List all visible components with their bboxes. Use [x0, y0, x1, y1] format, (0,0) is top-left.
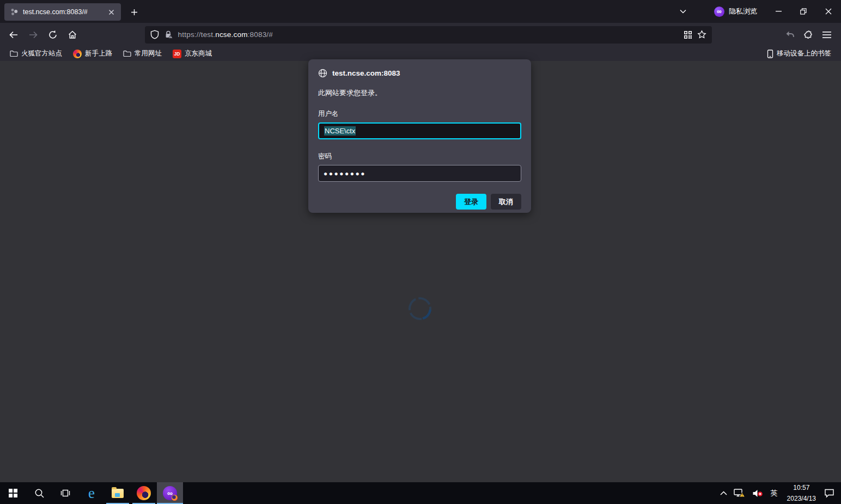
- windows-logo-icon: [9, 489, 17, 497]
- http-auth-dialog: test.ncse.com:8083 此网站要求您登录。 用户名 NCSE\ct…: [308, 59, 531, 213]
- home-button[interactable]: [63, 26, 82, 44]
- firefox-private-icon: ∞: [163, 486, 177, 500]
- firefox-icon: [137, 486, 151, 500]
- internet-explorer-button[interactable]: e: [78, 482, 105, 504]
- window-restore-button[interactable]: [791, 0, 816, 23]
- desktop: { "window": { "tab_title": "test.ncse.co…: [0, 0, 841, 504]
- qr-code-page-action-icon[interactable]: [684, 30, 692, 39]
- login-button[interactable]: 登录: [456, 194, 486, 210]
- browser-titlebar: test.ncse.com:8083/# ∞ 隐私浏览: [0, 0, 841, 23]
- username-input[interactable]: NCSE\ctx: [318, 122, 521, 139]
- search-icon: [34, 488, 45, 499]
- list-all-tabs-chevron-icon[interactable]: [675, 3, 691, 20]
- smartphone-icon: [767, 50, 773, 58]
- bookmark-getting-started[interactable]: 新手上路: [70, 48, 115, 59]
- extensions-puzzle-icon[interactable]: [800, 26, 817, 44]
- globe-icon: [318, 69, 327, 78]
- site-favicon-icon: [10, 8, 19, 16]
- forward-button[interactable]: [24, 26, 42, 44]
- private-badge-label: 隐私浏览: [729, 7, 757, 16]
- mobile-bookmarks-label: 移动设备上的书签: [777, 49, 831, 58]
- username-label: 用户名: [318, 109, 521, 119]
- tray-chevron-up-icon[interactable]: [717, 482, 730, 504]
- tab-title: test.ncse.com:8083/#: [23, 8, 101, 16]
- bookmark-label: 京东商城: [185, 49, 212, 58]
- page-loading-spinner: [407, 296, 433, 322]
- password-masked-value: ●●●●●●●●: [324, 170, 366, 177]
- bookmark-label: 火狐官方站点: [21, 49, 62, 58]
- new-tab-button[interactable]: [126, 5, 142, 19]
- taskbar-search-button[interactable]: [26, 482, 52, 504]
- navigation-toolbar: https://test.ncse.com:8083/#: [0, 23, 841, 46]
- page-content: test.ncse.com:8083 此网站要求您登录。 用户名 NCSE\ct…: [0, 61, 841, 482]
- taskbar-clock[interactable]: 10:57 2023/4/13: [782, 482, 821, 504]
- username-value-selected: NCSE\ctx: [324, 126, 356, 136]
- auth-message: 此网站要求您登录。: [318, 88, 521, 98]
- clock-time: 10:57: [793, 484, 809, 492]
- bookmark-folder-common-sites[interactable]: 常用网址: [120, 48, 165, 59]
- system-tray: 英 10:57 2023/4/13: [717, 482, 841, 504]
- network-warning-icon[interactable]: [730, 482, 749, 504]
- bookmark-folder-firefox-official[interactable]: 火狐官方站点: [7, 48, 65, 59]
- titlebar-right-cluster: ∞ 隐私浏览: [675, 0, 841, 23]
- private-browsing-badge: ∞ 隐私浏览: [714, 7, 757, 17]
- url-domain: ncse.com: [215, 30, 247, 39]
- bookmark-star-icon[interactable]: [697, 30, 706, 39]
- internet-explorer-icon: e: [88, 486, 95, 501]
- menu-hamburger-icon[interactable]: [818, 26, 836, 44]
- file-explorer-button[interactable]: [105, 482, 131, 504]
- firefox-logo-icon: [73, 50, 82, 58]
- password-label: 密码: [318, 152, 521, 161]
- volume-muted-icon[interactable]: [749, 482, 766, 504]
- folder-icon: [10, 50, 18, 57]
- password-input[interactable]: ●●●●●●●●: [318, 165, 521, 182]
- tracking-shield-icon[interactable]: [150, 30, 159, 39]
- bookmark-jd-mall[interactable]: JD 京东商城: [169, 48, 215, 59]
- tab-close-icon[interactable]: [106, 7, 117, 17]
- private-mask-icon: ∞: [714, 7, 724, 17]
- jd-logo-icon: JD: [173, 50, 181, 58]
- action-center-icon[interactable]: [821, 482, 838, 504]
- firefox-private-button[interactable]: ∞: [157, 482, 183, 504]
- password-field-group: 密码 ●●●●●●●●: [318, 152, 521, 182]
- undo-arrow-icon[interactable]: [781, 26, 799, 44]
- firefox-button[interactable]: [131, 482, 157, 504]
- bookmark-label: 新手上路: [85, 49, 112, 58]
- window-minimize-button[interactable]: [766, 0, 791, 23]
- folder-icon: [123, 50, 131, 57]
- cancel-button[interactable]: 取消: [491, 194, 521, 210]
- windows-taskbar: e ∞ 英 10:57: [0, 482, 841, 504]
- browser-tab[interactable]: test.ncse.com:8083/#: [4, 3, 121, 21]
- window-close-button[interactable]: [816, 0, 841, 23]
- task-view-button[interactable]: [52, 482, 78, 504]
- back-button[interactable]: [4, 26, 23, 44]
- task-view-icon: [60, 488, 71, 498]
- auth-dialog-header: test.ncse.com:8083: [318, 69, 521, 78]
- auth-host: test.ncse.com:8083: [332, 69, 400, 77]
- start-button[interactable]: [0, 482, 26, 504]
- url-scheme: https://test.: [178, 30, 216, 39]
- mobile-bookmarks-folder[interactable]: 移动设备上的书签: [764, 48, 834, 59]
- file-explorer-icon: [112, 489, 124, 498]
- lock-warning-icon[interactable]: [164, 30, 173, 39]
- url-text[interactable]: https://test.ncse.com:8083/#: [178, 30, 273, 39]
- auth-dialog-actions: 登录 取消: [318, 194, 521, 210]
- url-suffix: :8083/#: [248, 30, 273, 39]
- toolbar-right-buttons: [781, 26, 837, 44]
- input-language-indicator[interactable]: 英: [766, 482, 782, 504]
- clock-date: 2023/4/13: [787, 495, 816, 503]
- bookmarks-toolbar: 火狐官方站点 新手上路 常用网址 JD 京东商城 移动设备上的书签: [0, 46, 841, 61]
- bookmark-label: 常用网址: [135, 49, 162, 58]
- reload-button[interactable]: [44, 26, 62, 44]
- url-bar[interactable]: https://test.ncse.com:8083/#: [145, 26, 712, 44]
